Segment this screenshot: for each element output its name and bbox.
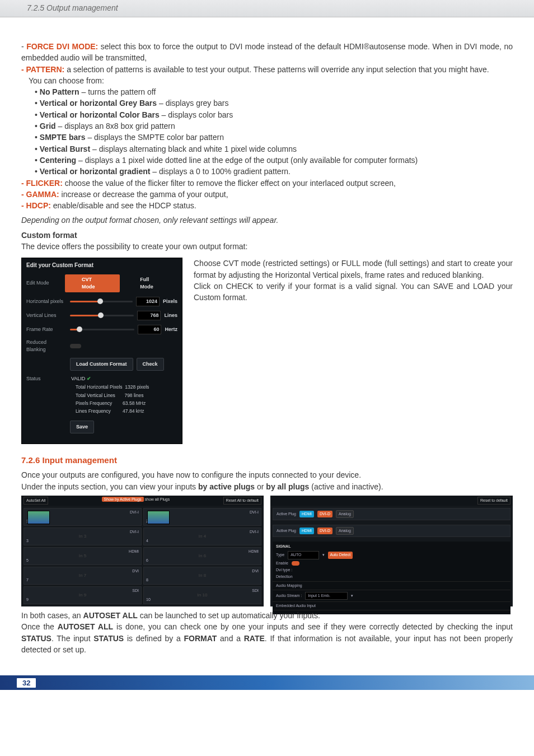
para-hdcp: - HDCP: enable/disable and see the HDCP … — [21, 200, 513, 211]
enable-toggle[interactable] — [292, 561, 299, 566]
para-pattern: - PATTERN: a selection of patterns is av… — [21, 64, 513, 75]
plug-row-1: Active Plug HDMI DVI-D Analog — [273, 508, 510, 520]
input-cell[interactable]: DVI-I4In 4 — [143, 528, 261, 545]
frate-label: Frame Rate — [26, 326, 67, 333]
audio-stream-dropdown[interactable]: Input 1 Emb. — [305, 592, 348, 600]
load-custom-format-button[interactable]: Load Custom Format — [70, 358, 133, 371]
input-cell[interactable]: DVI-I1 — [24, 508, 142, 526]
depending-note: Depending on the output format chosen, o… — [21, 214, 513, 226]
bp-grid: • Grid – displays an 8x8 box grid patter… — [21, 120, 513, 132]
rblank-label: Reduced Blanking — [26, 339, 67, 353]
check-icon: ✔ — [87, 376, 91, 381]
para-force-dvi: - FORCE DVI MODE: select this box to for… — [21, 41, 513, 64]
show-active-plugs-tab[interactable]: Show by Active Plugs — [102, 497, 144, 502]
custom-format-intro: The device offers the possibility to cre… — [21, 241, 513, 252]
bp-vburst: • Vertical Burst – displays alternating … — [21, 143, 513, 155]
hpix-label: Horizontal pixels — [26, 298, 67, 305]
para-gamma: - GAMMA: increase or decrease the gamma … — [21, 189, 513, 200]
status-label: Status — [26, 375, 67, 382]
custom-format-panel: Edit your Custom Format Edit Mode CVT Mo… — [21, 258, 182, 444]
io-right-header: Reset to default — [270, 496, 513, 506]
vlines-value[interactable]: 768 — [137, 311, 161, 320]
label-hdcp: - HDCP: — [21, 201, 51, 210]
type-dropdown[interactable]: AUTO — [288, 551, 318, 559]
check-button[interactable]: Check — [137, 358, 164, 371]
text-pattern: a selection of patterns is available to … — [64, 65, 489, 74]
label-gamma: - GAMMA: — [21, 190, 59, 199]
input-cell[interactable]: SDI9In 9 — [24, 586, 142, 604]
panel-title: Edit your Custom Format — [26, 262, 177, 270]
chip-hdmi[interactable]: HDMI — [299, 511, 314, 517]
label-flicker: - FLICKER: — [21, 179, 63, 188]
autoset-all-button[interactable]: AutoSet All — [24, 497, 48, 505]
vlines-slider[interactable] — [70, 315, 134, 316]
reset-default-button[interactable]: Reset to default — [477, 497, 510, 505]
emb-audio-heading: Embedded Audio Input — [273, 601, 510, 610]
reset-all-button[interactable]: Reset All to default — [223, 497, 261, 505]
hpix-slider[interactable] — [70, 301, 133, 302]
hpix-value[interactable]: 1024 — [136, 297, 160, 306]
breadcrumb: 7.2.5 Output management — [27, 3, 118, 12]
bp-smpte: • SMPTE bars – displays the SMPTE color … — [21, 132, 513, 143]
bp-grey: • Vertical or horizontal Grey Bars – dis… — [21, 97, 513, 109]
edit-mode-label: Edit Mode — [26, 279, 62, 287]
input-cell[interactable]: DVI-I2 — [143, 508, 261, 526]
frate-slider[interactable] — [70, 329, 134, 330]
input-cell[interactable]: DVI8In 8 — [143, 567, 261, 585]
bp-center: • Centering – displays a 1 pixel wide do… — [21, 155, 513, 166]
chip-dvi-d[interactable]: DVI-D — [317, 511, 332, 517]
save-button[interactable]: Save — [70, 421, 94, 433]
chip-analog[interactable]: Analog — [336, 510, 354, 518]
section-726-title: 7.2.6 Input management — [21, 454, 513, 466]
full-mode-button[interactable]: Full Mode — [123, 274, 177, 292]
show-all-plugs-tab[interactable]: show all Plugs — [145, 497, 170, 501]
im-p1: Once your outputs are configured, you ha… — [21, 469, 513, 480]
frate-value[interactable]: 60 — [138, 325, 161, 334]
bp-color: • Vertical or horizontal Color Bars – di… — [21, 109, 513, 120]
bp-gradient: • Vertical or horizontal gradient – disp… — [21, 166, 513, 177]
im-p4: Once the AUTOSET ALL is done, you can ch… — [21, 621, 513, 655]
page-number: 32 — [17, 678, 36, 688]
side-para-2: Click on CHECK to verify if your format … — [194, 281, 513, 304]
inputs-grid: DVI-I1DVI-I2DVI-I3In 3DVI-I4In 4HDMI5In … — [21, 506, 264, 606]
audio-mapping-heading: Audio Mapping — [273, 581, 510, 590]
input-cell[interactable]: HDMI5In 5 — [24, 547, 142, 565]
para-flicker: - FLICKER: choose the value of the flick… — [21, 178, 513, 189]
status-valid: VALID — [71, 376, 85, 381]
topbar: 7.2.5 Output management — [0, 0, 534, 17]
reduced-blanking-toggle[interactable] — [70, 344, 81, 348]
side-para-1: Choose CVT mode (restricted settings) or… — [194, 258, 513, 281]
chip-hdmi-2[interactable]: HDMI — [299, 528, 314, 534]
signal-heading: SIGNAL — [276, 544, 507, 549]
auto-detect-button[interactable]: Auto Detect — [328, 552, 353, 558]
input-cell[interactable]: HDMI6In 6 — [143, 547, 261, 565]
io-left-header: AutoSet All Show by Active Plugs show al… — [21, 496, 264, 506]
footer: 32 — [0, 675, 534, 690]
input-cell[interactable]: SDI10In 10 — [143, 586, 261, 604]
custom-format-heading: Custom format — [21, 230, 513, 241]
label-force-dvi: FORCE DVI MODE: — [26, 42, 98, 51]
chip-analog-2[interactable]: Analog — [336, 527, 354, 535]
label-pattern: - PATTERN: — [21, 65, 64, 74]
chip-dvi-d-2[interactable]: DVI-D — [317, 528, 332, 534]
cvt-mode-button[interactable]: CVT Mode — [65, 274, 120, 292]
bp-no-pattern: • No Pattern – turns the pattern off — [21, 86, 513, 97]
dash: - — [21, 42, 26, 51]
plug-row-2: Active Plug HDMI DVI-D Analog — [273, 525, 510, 537]
input-detail: Active Plug HDMI DVI-D Analog Active Plu… — [270, 506, 513, 606]
frate-unit: Hertz — [165, 326, 177, 333]
im-p2: Under the inputs section, you can view y… — [21, 481, 513, 492]
hpix-unit: Pixels — [163, 298, 177, 305]
vlines-unit: Lines — [164, 312, 177, 319]
input-cell[interactable]: DVI7In 7 — [24, 567, 142, 585]
vlines-label: Vertical Lines — [26, 312, 67, 319]
choose-from: You can choose from: — [21, 75, 513, 86]
input-cell[interactable]: DVI-I3In 3 — [24, 528, 142, 545]
